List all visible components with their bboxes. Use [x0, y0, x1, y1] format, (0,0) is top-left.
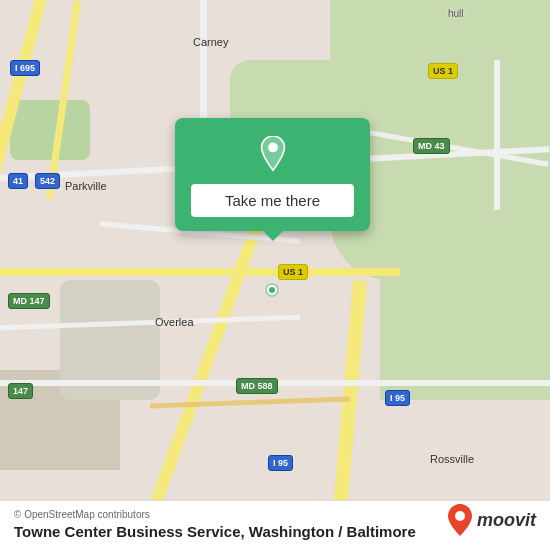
highway-shield-542: 542 — [35, 173, 60, 189]
place-label-overlea: Overlea — [155, 316, 194, 328]
highway-shield-41: 41 — [8, 173, 28, 189]
green-area — [10, 100, 90, 160]
moovit-pin-icon — [447, 504, 473, 536]
map: I 695 I 95 I 95 US 1 US 1 MD 43 MD 147 1… — [0, 0, 550, 550]
highway-shield-i695: I 695 — [10, 60, 40, 76]
road — [0, 268, 400, 276]
moovit-text: moovit — [477, 510, 536, 531]
highway-shield-md588: MD 588 — [236, 378, 278, 394]
highway-shield-i95-1: I 95 — [385, 390, 410, 406]
green-area — [380, 200, 550, 400]
highway-shield-us1-top: US 1 — [428, 63, 458, 79]
highway-shield-md43: MD 43 — [413, 138, 450, 154]
place-label-carney: Carney — [193, 36, 228, 48]
take-me-there-button[interactable]: Take me there — [191, 184, 354, 217]
highway-shield-md147: MD 147 — [8, 293, 50, 309]
svg-point-0 — [268, 143, 278, 153]
map-pin-dot — [267, 285, 277, 295]
popup-pin-icon — [255, 136, 291, 172]
place-label-hull: hull — [448, 8, 464, 19]
road — [494, 60, 500, 210]
highway-shield-147: 147 — [8, 383, 33, 399]
highway-shield-us1-mid: US 1 — [278, 264, 308, 280]
moovit-logo: moovit — [447, 504, 536, 536]
bottom-info-bar: © OpenStreetMap contributors Towne Cente… — [0, 500, 550, 550]
place-label-rossville: Rossville — [430, 453, 474, 465]
highway-shield-i95-2: I 95 — [268, 455, 293, 471]
place-label-parkville: Parkville — [65, 180, 107, 192]
popup-card: Take me there — [175, 118, 370, 231]
svg-point-1 — [455, 511, 465, 521]
